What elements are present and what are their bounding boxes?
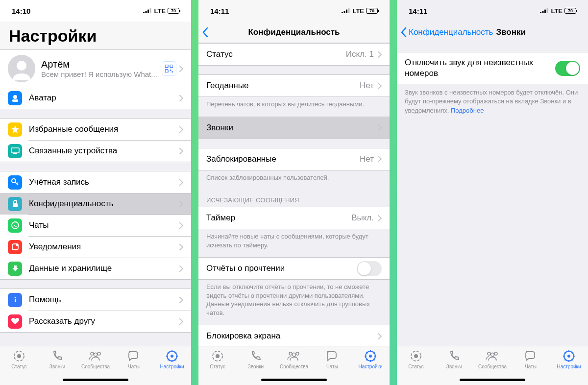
svg-rect-14	[13, 153, 17, 154]
nav-header: Конфиденциальность	[198, 22, 390, 43]
chevron-icon	[179, 265, 183, 272]
svg-rect-20	[15, 299, 16, 302]
svg-rect-7	[170, 65, 173, 68]
tab-settings[interactable]: Настройки	[153, 349, 191, 385]
chevron-icon	[378, 333, 382, 339]
timer-row[interactable]: Таймер Выкл.	[198, 207, 390, 229]
screen-settings: 14:10 LTE 70 Настройки Артём Всем привет…	[0, 0, 191, 385]
svg-point-41	[293, 353, 296, 357]
chevron-icon	[179, 222, 183, 229]
battery-icon: 70	[564, 8, 576, 14]
star-icon	[8, 122, 22, 137]
tell-friend-row[interactable]: Рассказать другу	[0, 311, 191, 332]
chevron-icon	[179, 126, 183, 133]
tab-settings[interactable]: Настройки	[550, 349, 588, 385]
chevron-icon	[179, 66, 183, 72]
svg-point-28	[171, 355, 173, 358]
home-indicator	[261, 379, 327, 381]
chats-row[interactable]: Чаты	[0, 215, 191, 236]
network-label: LTE	[154, 7, 166, 15]
svg-rect-6	[165, 65, 168, 68]
svg-point-23	[17, 354, 21, 358]
svg-point-17	[12, 222, 19, 229]
tab-status[interactable]: Статус	[397, 349, 435, 385]
info-icon	[8, 293, 22, 307]
chevron-icon	[179, 201, 183, 207]
svg-rect-10	[172, 72, 173, 73]
qr-icon[interactable]	[162, 61, 176, 76]
back-button[interactable]	[198, 27, 210, 37]
read-receipts-row[interactable]: Отчёты о прочтении	[198, 258, 390, 279]
status-bar: 14:11 LTE 70	[198, 0, 390, 22]
profile-row[interactable]: Артём Всем привет! Я использую What...	[0, 50, 191, 87]
calls-scroll[interactable]: Отключить звук для неизвестных номеров З…	[397, 43, 588, 346]
chevron-icon	[378, 51, 382, 58]
blocked-row[interactable]: Заблокированные Нет	[198, 148, 390, 170]
key-icon	[8, 175, 22, 190]
privacy-scroll[interactable]: Статус Искл. 1 Геоданные Нет Перечень ча…	[198, 43, 390, 346]
screen-privacy: 14:11 LTE 70 Конфиденциальность Статус И…	[198, 0, 390, 385]
status-bar: 14:10 LTE 70	[0, 0, 191, 22]
lock-icon	[8, 197, 22, 211]
chevron-icon	[179, 318, 183, 325]
silence-unknown-toggle[interactable]	[555, 61, 580, 76]
svg-point-38	[216, 354, 220, 358]
help-row[interactable]: Помощь	[0, 289, 191, 311]
account-row[interactable]: Учётная запись	[0, 171, 191, 193]
storage-icon	[8, 262, 22, 276]
chevron-icon	[378, 156, 382, 162]
svg-point-15	[12, 179, 16, 183]
settings-scroll[interactable]: Артём Всем привет! Я использую What... А…	[0, 49, 191, 346]
svg-point-54	[488, 352, 490, 355]
signal-icon	[342, 8, 350, 14]
status-bar: 14:11 LTE 70	[397, 0, 588, 22]
avatar-row[interactable]: Аватар	[0, 87, 191, 109]
storage-row[interactable]: Данные и хранилище	[0, 258, 191, 279]
status-row[interactable]: Статус Искл. 1	[198, 44, 390, 65]
svg-point-43	[369, 355, 372, 358]
notifications-row[interactable]: Уведомления	[0, 236, 191, 258]
read-footer: Если вы отключите отчёты о прочтении, то…	[198, 280, 390, 325]
status-time: 14:11	[210, 7, 229, 15]
linked-devices-row[interactable]: Связанные устройства	[0, 140, 191, 162]
calls-row[interactable]: Звонки	[198, 117, 390, 139]
disappearing-header: ИСЧЕЗАЮЩИЕ СООБЩЕНИЯ	[198, 190, 390, 207]
geo-footer: Перечень чатов, в которых вы делитесь ге…	[198, 97, 390, 117]
signal-icon	[540, 8, 549, 14]
svg-rect-13	[11, 148, 19, 153]
profile-name: Артём	[41, 59, 162, 70]
svg-point-56	[491, 353, 494, 357]
privacy-row[interactable]: Конфиденциальность	[0, 193, 191, 215]
tab-settings[interactable]: Настройки	[351, 349, 390, 385]
svg-point-53	[414, 354, 418, 358]
svg-rect-12	[12, 99, 18, 102]
page-title: Настройки	[0, 22, 191, 49]
svg-point-11	[13, 95, 17, 99]
svg-point-39	[289, 352, 292, 355]
nav-title: Звонки	[496, 27, 526, 37]
starred-messages-row[interactable]: Избранные сообщения	[0, 119, 191, 140]
screen-calls-privacy: 14:11 LTE 70 Конфиденциальность Звонки О…	[397, 0, 588, 385]
read-receipts-toggle[interactable]	[357, 261, 382, 276]
tab-status[interactable]: Статус	[0, 349, 38, 385]
svg-point-40	[296, 352, 299, 355]
whatsapp-icon	[8, 218, 22, 233]
svg-rect-16	[13, 203, 18, 207]
chevron-icon	[179, 244, 183, 250]
chevron-icon	[378, 215, 382, 221]
tab-status[interactable]: Статус	[198, 349, 237, 385]
signal-icon	[143, 8, 152, 14]
avatar-icon	[8, 55, 35, 82]
svg-point-25	[98, 352, 100, 355]
battery-icon: 70	[168, 8, 179, 14]
home-indicator	[63, 379, 128, 381]
chevron-icon	[179, 95, 183, 101]
learn-more-link[interactable]: Подробнее	[451, 107, 484, 114]
status-time: 14:10	[12, 7, 30, 15]
silence-unknown-row[interactable]: Отключить звук для неизвестных номеров	[397, 52, 588, 84]
svg-point-24	[91, 352, 94, 355]
nav-title: Конфиденциальность	[198, 27, 390, 37]
geo-row[interactable]: Геоданные Нет	[198, 75, 390, 96]
back-button[interactable]: Конфиденциальность	[397, 27, 493, 37]
screenlock-row[interactable]: Блокировка экрана	[198, 325, 390, 346]
